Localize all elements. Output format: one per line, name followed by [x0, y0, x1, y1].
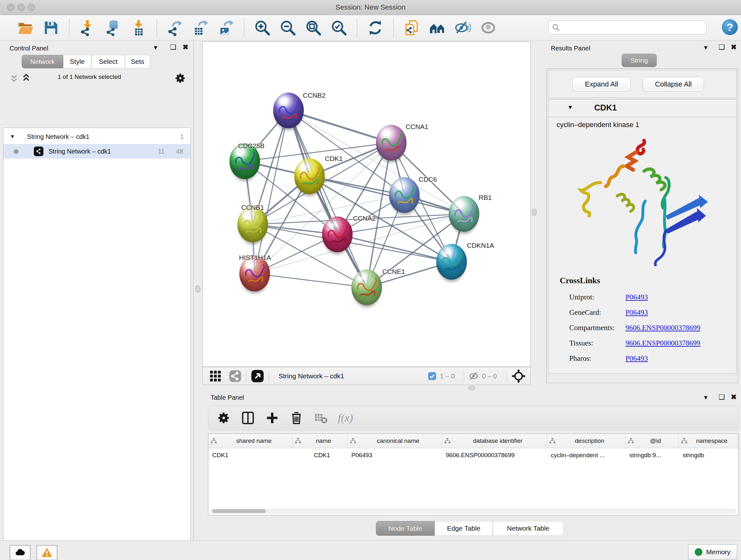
results-panel-menu-icon[interactable]: ▾ [704, 44, 708, 51]
table-panel-float-icon[interactable]: ❑ [719, 394, 725, 401]
crosslink-tissues-link[interactable]: 9606.ENSP00000378699 [625, 339, 700, 347]
tab-node-table[interactable]: Node Table [376, 521, 434, 536]
expand-all-button[interactable]: Expand All [572, 77, 630, 91]
gene-section-header[interactable]: ▼ CDK1 [548, 100, 736, 117]
network-view-toolbar: String Network – cdk1 1 – 0 0 – 0 [202, 367, 531, 385]
tab-network[interactable]: Network [22, 55, 63, 68]
table-scrollbar-thumb[interactable] [212, 509, 266, 513]
node-label-ccna2: CCNA2 [353, 214, 376, 222]
delete-column-trash-icon[interactable] [289, 411, 304, 425]
table-panel-close-icon[interactable]: ✖ [731, 394, 737, 401]
network-row-selected[interactable]: String Network – cdk1 11 48 [3, 144, 190, 159]
tab-string-results[interactable]: String [622, 54, 657, 67]
show-panel-eye-icon[interactable] [480, 19, 496, 36]
tab-sets[interactable]: Sets [125, 55, 150, 68]
network-canvas[interactable]: CCNB2CCNA1CDC25BCDK1CDC6RB1CCNB1CCNA2CDK… [202, 42, 531, 367]
save-session-icon[interactable] [43, 19, 59, 36]
table-panel-menu-icon[interactable]: ▾ [704, 394, 708, 401]
show-columns-icon[interactable] [241, 411, 255, 425]
tab-network-table[interactable]: Network Table [493, 521, 563, 536]
search-input[interactable] [548, 20, 706, 35]
zoom-in-icon[interactable] [254, 19, 271, 36]
table-cell[interactable]: stringdb [679, 448, 738, 462]
export-network-icon[interactable] [166, 19, 183, 36]
create-column-plus-icon[interactable] [265, 411, 279, 425]
column-header-name[interactable]: name [293, 434, 347, 448]
import-network-icon[interactable] [79, 19, 96, 36]
network-collection-row[interactable]: ▼ String Network – cdk1 1 [3, 129, 190, 144]
network-edge[interactable] [255, 273, 367, 287]
crosslink-row: Compartments:9606.ENSP00000378699 [569, 320, 736, 336]
column-header-shared-name[interactable]: shared name [208, 434, 293, 448]
column-header-canonical-name[interactable]: canonical name [347, 434, 442, 448]
open-in-window-icon[interactable] [251, 369, 264, 383]
table-cell[interactable]: CDK1 [293, 448, 347, 462]
zoom-fit-icon[interactable] [305, 19, 322, 36]
collection-expand-icon[interactable]: ▼ [10, 134, 15, 139]
column-header-namespace[interactable]: namespace [679, 434, 738, 448]
protein-structure-image [567, 135, 714, 273]
column-header--id[interactable]: @id [625, 434, 679, 448]
table-horizontal-scrollbar[interactable] [210, 509, 736, 514]
network-node-ccna1[interactable] [376, 125, 407, 161]
warning-status-button[interactable] [37, 545, 57, 560]
network-options-gear-icon[interactable] [174, 72, 186, 84]
clone-network-icon[interactable] [403, 19, 420, 36]
table-cell[interactable]: stringdb:9... [625, 448, 679, 462]
export-image-icon[interactable] [218, 19, 234, 36]
fit-crosshair-icon[interactable] [511, 369, 526, 383]
tab-style[interactable]: Style [63, 55, 91, 68]
cloud-status-button[interactable] [10, 545, 30, 560]
column-header-description[interactable]: description [547, 434, 625, 448]
import-table-icon[interactable] [130, 19, 147, 36]
crosslink-uniprot-link[interactable]: P06493 [625, 293, 648, 301]
crosslink-compartments-link[interactable]: 9606.ENSP00000378699 [625, 324, 700, 332]
table-cell[interactable]: 9606.ENSP00000378699 [442, 448, 547, 462]
results-panel-float-icon[interactable]: ❑ [719, 44, 725, 51]
network-node-ccnb1[interactable] [238, 206, 268, 242]
selected-checkbox-icon[interactable] [427, 371, 437, 381]
function-builder-icon[interactable]: f(x) [338, 412, 353, 424]
table-options-gear-icon[interactable] [217, 411, 231, 425]
string-view-icon[interactable] [229, 370, 242, 382]
control-panel-menu-icon[interactable]: ▾ [154, 44, 157, 51]
export-table-icon[interactable] [192, 19, 209, 36]
horizontal-splitter-handle[interactable] [468, 386, 475, 390]
network-node-rb1[interactable] [449, 196, 479, 232]
tab-edge-table[interactable]: Edge Table [434, 521, 493, 536]
home-tools-icon[interactable] [429, 19, 446, 36]
help-button[interactable]: ? [722, 19, 738, 35]
column-header-database-identifier[interactable]: database identifier [442, 434, 547, 448]
crosslink-genecard-link[interactable]: P06493 [625, 308, 648, 316]
network-node-ccne1[interactable] [351, 269, 382, 305]
memory-button[interactable]: Memory [688, 544, 737, 560]
network-node-ccna2[interactable] [322, 216, 353, 252]
table-cell[interactable]: cyclin–dependent ... [547, 448, 625, 462]
gene-section-collapse-icon[interactable]: ▼ [567, 104, 573, 111]
zoom-out-icon[interactable] [280, 19, 296, 36]
open-session-icon[interactable] [17, 19, 34, 36]
table-cell[interactable]: CDK1 [208, 448, 293, 462]
right-splitter-handle[interactable] [532, 209, 537, 216]
control-panel: Control Panel ▾ ❑ ✖ Network Style Select… [0, 41, 194, 540]
hide-panel-eye-icon[interactable] [455, 19, 471, 36]
network-node-cdc6[interactable] [389, 177, 420, 213]
network-node-cdk1[interactable] [294, 159, 325, 194]
delete-table-icon[interactable] [314, 411, 328, 425]
birdseye-grid-icon[interactable] [209, 370, 222, 382]
table-cell[interactable]: P06493 [347, 448, 442, 462]
zoom-selected-icon[interactable] [331, 19, 347, 36]
control-panel-close-icon[interactable]: ✖ [183, 44, 188, 51]
table-row[interactable]: CDK1CDK1P064939606.ENSP00000378699cyclin… [208, 448, 738, 462]
network-node-cdkn1a[interactable] [436, 244, 467, 280]
refresh-icon[interactable] [367, 19, 384, 36]
crosslink-pharos-link[interactable]: P06493 [625, 354, 648, 362]
import-network-from-database-icon[interactable] [105, 19, 121, 36]
collapse-all-button[interactable]: Collapse All [643, 77, 704, 91]
hidden-eye-slash-icon[interactable] [468, 371, 479, 381]
tab-select[interactable]: Select [91, 55, 125, 68]
network-node-ccnb2[interactable] [273, 92, 304, 128]
results-panel-close-icon[interactable]: ✖ [731, 44, 737, 51]
left-splitter-handle[interactable] [195, 286, 200, 293]
control-panel-float-icon[interactable]: ❑ [170, 44, 177, 51]
